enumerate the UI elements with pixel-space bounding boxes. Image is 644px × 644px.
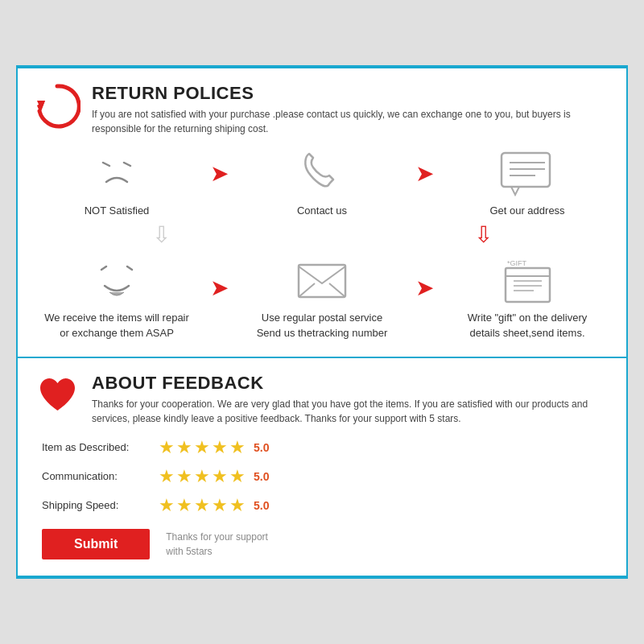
star-4: ★ bbox=[212, 466, 228, 487]
postal-label: Use regular postal serviceSend us thetra… bbox=[257, 311, 388, 340]
arrow-left-1: ➤ bbox=[210, 275, 229, 301]
submit-button[interactable]: Submit bbox=[42, 529, 150, 559]
gift-icon: *GIFT bbox=[495, 251, 559, 308]
return-icon bbox=[34, 83, 80, 130]
star-2: ★ bbox=[176, 495, 192, 516]
feedback-title: ABOUT FEEDBACK bbox=[92, 373, 610, 394]
flow-row-1: NOT Satisfied ➤ Contact us ➤ bbox=[34, 144, 610, 218]
svg-text:*GIFT: *GIFT bbox=[507, 259, 527, 267]
star-1: ★ bbox=[159, 437, 175, 458]
submit-row: Submit Thanks for your supportwith 5star… bbox=[42, 529, 610, 559]
flow-diagram: NOT Satisfied ➤ Contact us ➤ bbox=[34, 144, 610, 341]
star-4: ★ bbox=[212, 495, 228, 516]
arrow-down-left: ⇩ bbox=[89, 221, 233, 248]
star-5: ★ bbox=[229, 495, 246, 516]
star-1: ★ bbox=[159, 495, 175, 516]
svg-rect-9 bbox=[299, 265, 345, 297]
flow-item-repair: We receive the items will repairor excha… bbox=[44, 251, 189, 340]
rating-row-item: Item as Described: ★ ★ ★ ★ ★ 5.0 bbox=[42, 437, 610, 458]
feedback-description: Thanks for your cooperation. We are very… bbox=[92, 397, 610, 426]
contact-label: Contact us bbox=[297, 204, 347, 218]
submit-note: Thanks for your supportwith 5stars bbox=[166, 530, 268, 559]
rating-rows: Item as Described: ★ ★ ★ ★ ★ 5.0 Communi… bbox=[42, 437, 610, 516]
star-4: ★ bbox=[212, 437, 228, 458]
star-5: ★ bbox=[229, 437, 246, 458]
rating-row-comm: Communication: ★ ★ ★ ★ ★ 5.0 bbox=[42, 466, 610, 487]
feedback-header-text: ABOUT FEEDBACK Thanks for your cooperati… bbox=[92, 373, 610, 426]
stars-item: ★ ★ ★ ★ ★ bbox=[159, 437, 246, 458]
star-3: ★ bbox=[194, 495, 210, 516]
return-header: RETURN POLICES If you are not satisfied … bbox=[34, 83, 610, 136]
return-section: RETURN POLICES If you are not satisfied … bbox=[18, 68, 626, 358]
rating-label-comm: Communication: bbox=[42, 470, 159, 482]
phone-icon bbox=[290, 144, 354, 200]
return-description: If you are not satisfied with your purch… bbox=[92, 107, 610, 136]
feedback-header: ABOUT FEEDBACK Thanks for your cooperati… bbox=[34, 373, 610, 426]
down-arrow-grey: ⇩ bbox=[152, 222, 171, 247]
return-header-text: RETURN POLICES If you are not satisfied … bbox=[92, 83, 610, 136]
flow-item-postal: Use regular postal serviceSend us thetra… bbox=[250, 251, 394, 340]
feedback-section: ABOUT FEEDBACK Thanks for your cooperati… bbox=[18, 358, 626, 576]
star-1: ★ bbox=[159, 466, 175, 487]
main-container: RETURN POLICES If you are not satisfied … bbox=[16, 65, 628, 579]
envelope-icon bbox=[290, 251, 354, 308]
flow-item-not-satisfied: NOT Satisfied bbox=[44, 144, 189, 218]
return-title: RETURN POLICES bbox=[92, 83, 610, 104]
rating-row-ship: Shipping Speed: ★ ★ ★ ★ ★ 5.0 bbox=[42, 495, 610, 516]
not-satisfied-label: NOT Satisfied bbox=[85, 204, 150, 218]
repair-label: We receive the items will repairor excha… bbox=[44, 311, 189, 340]
arrow-right-1: ➤ bbox=[210, 160, 229, 187]
svg-line-3 bbox=[124, 163, 130, 166]
star-2: ★ bbox=[176, 437, 192, 458]
star-5: ★ bbox=[229, 466, 246, 487]
arrow-down-right: ⇩ bbox=[411, 221, 555, 248]
svg-line-2 bbox=[103, 163, 109, 166]
svg-line-11 bbox=[329, 283, 345, 297]
svg-rect-12 bbox=[506, 268, 550, 302]
flow-item-contact: Contact us bbox=[250, 144, 394, 218]
sad-face-icon bbox=[85, 144, 149, 200]
rating-value-ship: 5.0 bbox=[254, 499, 269, 512]
rating-label-item: Item as Described: bbox=[42, 441, 159, 453]
stars-comm: ★ ★ ★ ★ ★ bbox=[159, 466, 246, 487]
gift-label: Write "gift" on the deliverydetails shee… bbox=[468, 311, 587, 340]
down-arrow-red: ⇩ bbox=[474, 222, 493, 247]
chat-icon bbox=[495, 144, 559, 200]
rating-value-comm: 5.0 bbox=[254, 470, 269, 483]
address-label: Get our address bbox=[489, 204, 564, 218]
star-2: ★ bbox=[176, 466, 192, 487]
flow-item-gift: *GIFT Write "gift" on the deliverydetail… bbox=[455, 251, 600, 340]
mid-arrows-row: ⇩ ⇩ bbox=[34, 221, 610, 248]
svg-line-10 bbox=[299, 283, 315, 297]
star-3: ★ bbox=[194, 437, 210, 458]
flow-row-2: We receive the items will repairor excha… bbox=[34, 251, 610, 340]
flow-item-address: Get our address bbox=[455, 144, 600, 218]
stars-ship: ★ ★ ★ ★ ★ bbox=[159, 495, 246, 516]
rating-value-item: 5.0 bbox=[254, 441, 269, 454]
arrow-right-2: ➤ bbox=[415, 160, 434, 187]
happy-face-icon bbox=[85, 251, 149, 308]
star-3: ★ bbox=[194, 466, 210, 487]
rating-label-ship: Shipping Speed: bbox=[42, 499, 159, 511]
heart-icon bbox=[34, 373, 80, 419]
svg-marker-8 bbox=[511, 187, 519, 195]
arrow-left-2: ➤ bbox=[415, 275, 434, 301]
